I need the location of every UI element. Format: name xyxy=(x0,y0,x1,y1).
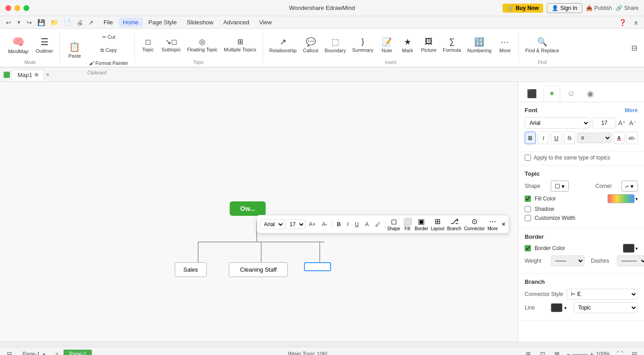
ft-font-select[interactable]: Arial xyxy=(260,219,285,229)
ft-highlight-button[interactable]: 🖊 xyxy=(372,220,383,229)
font-size-input[interactable] xyxy=(593,118,616,128)
highlight-color-button[interactable]: ab- xyxy=(626,132,638,144)
picture-button[interactable]: 🖼 Picture xyxy=(418,32,439,59)
ft-branch-icon[interactable]: ⎇ xyxy=(450,217,458,226)
menu-file[interactable]: File xyxy=(100,18,117,27)
close-button[interactable] xyxy=(5,5,11,11)
menu-view[interactable]: View xyxy=(255,18,276,27)
panel-right-button[interactable]: ⊟ xyxy=(630,349,639,355)
node-owner[interactable]: Ow... xyxy=(230,201,266,216)
outliner-button[interactable]: ☰ Outliner xyxy=(33,32,56,59)
dashes-select[interactable]: ──── - - - - · · · · xyxy=(617,255,644,266)
panel-toggle-button[interactable]: ⊟ xyxy=(629,42,639,54)
ft-italic-button[interactable]: I xyxy=(345,220,351,229)
line-color-dropdown[interactable]: ▾ xyxy=(564,305,567,310)
ft-text-color-button[interactable]: A xyxy=(363,220,372,229)
underline-button[interactable]: U xyxy=(551,132,562,144)
weight-select[interactable]: —— ───── ━━━━━ xyxy=(551,255,585,266)
menu-home[interactable]: Home xyxy=(119,18,143,27)
ft-layout-icon[interactable]: ⊞ xyxy=(435,217,440,226)
save-button[interactable]: 💾 xyxy=(35,18,47,27)
node-empty[interactable] xyxy=(304,262,331,271)
ft-more-icon[interactable]: ⋯ xyxy=(489,217,496,226)
italic-button[interactable]: I xyxy=(538,132,549,144)
minimize-button[interactable] xyxy=(14,5,20,11)
subtopic-button[interactable]: ↘◻ Subtopic xyxy=(159,32,184,59)
ft-decrease-font-button[interactable]: A- xyxy=(319,220,330,229)
font-name-select[interactable]: Arial xyxy=(525,117,590,129)
cut-button[interactable]: ✂ Cut xyxy=(87,31,131,43)
node-cleaning[interactable]: Cleaning Staff xyxy=(229,262,288,277)
panel-tab-settings[interactable]: ◉ xyxy=(582,86,599,102)
shadow-checkbox[interactable] xyxy=(525,206,531,212)
numbering-button[interactable]: 🔢 Numbering xyxy=(465,32,494,59)
toggle-sidebar-button[interactable]: ⊟ xyxy=(5,349,14,355)
sign-in-button[interactable]: 👤 Sign In xyxy=(547,3,582,13)
mark-button[interactable]: ★ Mark xyxy=(398,32,417,59)
menu-page-style[interactable]: Page Style xyxy=(145,18,181,27)
customize-width-checkbox[interactable] xyxy=(525,215,531,221)
panel-tab-style[interactable]: ⬛ xyxy=(522,86,542,102)
formula-button[interactable]: ∑ Formula xyxy=(440,32,463,59)
find-replace-button[interactable]: 🔍 Find & Replace xyxy=(522,32,562,59)
add-page-button[interactable]: + xyxy=(53,350,61,355)
add-tab-button[interactable]: + xyxy=(44,71,52,79)
ft-underline-button[interactable]: U xyxy=(352,220,362,229)
shape-select-button[interactable]: ☐ ▾ xyxy=(551,181,569,191)
collapse-button[interactable]: ∧ xyxy=(631,18,640,27)
ft-bold-button[interactable]: B xyxy=(334,220,344,229)
print-button[interactable]: 🖨 xyxy=(74,18,85,27)
line-style-select[interactable]: Topic Arrow xyxy=(574,302,638,313)
scroll-bar[interactable] xyxy=(0,341,518,347)
zoom-in-button[interactable]: + xyxy=(590,350,594,355)
current-page-tab[interactable]: Page-1 xyxy=(63,350,92,355)
share-button[interactable]: 🔗 Share xyxy=(616,5,639,11)
bold-button[interactable]: B xyxy=(525,132,536,144)
zoom-out-button[interactable]: − xyxy=(567,350,570,355)
table-view-button[interactable]: ⊞ xyxy=(523,349,533,355)
relationship-button[interactable]: ↗ Relationship xyxy=(267,32,299,59)
ft-shape-icon[interactable]: ◻ xyxy=(391,217,397,226)
floating-topic-button[interactable]: ◎ Floating Topic xyxy=(184,32,220,59)
note-button[interactable]: 📝 Note xyxy=(377,32,397,59)
line-color-swatch[interactable] xyxy=(551,303,562,312)
paste-button[interactable]: 📋 Paste xyxy=(63,36,86,64)
ft-font-size[interactable]: 17 xyxy=(286,219,305,229)
mindmap-button[interactable]: 🧠 MindMap xyxy=(5,32,32,59)
maximize-button[interactable] xyxy=(23,5,29,11)
open-button[interactable]: 📁 xyxy=(48,18,60,27)
node-sales[interactable]: Sales xyxy=(175,262,207,277)
strikethrough-button[interactable]: S xyxy=(564,132,575,144)
boundary-button[interactable]: ⬚ Boundary xyxy=(322,32,349,59)
fullscreen-button[interactable]: ⛶ xyxy=(614,349,625,355)
page-dropdown-icon[interactable]: ▾ xyxy=(43,352,45,355)
zoom-slider[interactable]: ──── xyxy=(572,351,588,355)
redo-button[interactable]: ↪ xyxy=(24,18,34,27)
font-color-button[interactable]: A xyxy=(613,132,625,144)
ft-border-icon[interactable]: ▣ xyxy=(418,217,425,226)
ft-connector-icon[interactable]: ⊙ xyxy=(472,217,477,226)
font-increase-button[interactable]: A⁺ xyxy=(617,118,627,128)
page-tab-label[interactable]: Page-1 ▾ xyxy=(17,350,50,355)
ft-increase-font-button[interactable]: A+ xyxy=(306,220,318,229)
connector-style-select[interactable]: ⊢ E Curved Straight xyxy=(567,289,638,300)
fit-page-button[interactable]: ⊠ xyxy=(552,349,562,355)
menu-advanced[interactable]: Advanced xyxy=(219,18,254,27)
format-painter-button[interactable]: 🖌 Format Painter xyxy=(87,57,131,69)
apply-same-checkbox[interactable] xyxy=(525,155,531,161)
border-color-checkbox[interactable] xyxy=(525,245,531,251)
border-color-swatch[interactable] xyxy=(623,244,635,253)
border-color-dropdown[interactable]: ▾ xyxy=(635,246,638,251)
help-button[interactable]: ❓ xyxy=(617,18,629,27)
fill-color-checkbox[interactable] xyxy=(525,196,531,202)
undo-button[interactable]: ↩ xyxy=(4,18,14,27)
fill-color-swatch[interactable] xyxy=(608,194,635,203)
tab-map1[interactable]: Map1 xyxy=(12,69,44,81)
multiple-topics-button[interactable]: ⊞ Multiple Topics xyxy=(221,32,259,59)
panel-tab-emoji[interactable]: ☺ xyxy=(562,86,580,102)
callout-button[interactable]: 💬 Callout xyxy=(300,32,321,59)
align-select[interactable]: ≡ ≡ Left ≡ Center ≡ Right xyxy=(577,132,612,143)
panel-tab-sparkle[interactable]: ✦ xyxy=(544,86,560,102)
font-decrease-button[interactable]: A⁻ xyxy=(628,118,638,128)
fit-view-button[interactable]: ⊡ xyxy=(538,349,548,355)
